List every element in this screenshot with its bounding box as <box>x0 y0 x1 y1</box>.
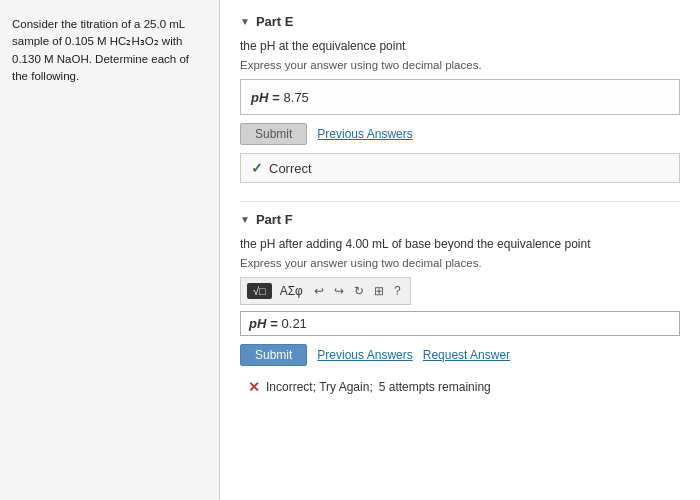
part-f-submit-button[interactable]: Submit <box>240 344 307 366</box>
part-e-prev-answers-link[interactable]: Previous Answers <box>317 127 412 141</box>
part-f-toolbar-sqrt-btn[interactable]: √□ <box>247 283 272 299</box>
part-f-input-row: pH = <box>240 311 680 336</box>
part-f-toolbar-grid-icon[interactable]: ⊞ <box>371 282 387 300</box>
part-f-express-note: Express your answer using two decimal pl… <box>240 257 680 269</box>
part-e-express-note: Express your answer using two decimal pl… <box>240 59 680 71</box>
part-e-answer-box: pH = 8.75 <box>240 79 680 115</box>
part-f-toolbar: √□ AΣφ ↩ ↪ ↻ ⊞ ? <box>240 277 411 305</box>
part-e-submit-row: Submit Previous Answers <box>240 123 680 145</box>
problem-statement: Consider the titration of a 25.0 mL samp… <box>12 16 207 85</box>
part-e-ph-label: pH = <box>251 90 280 105</box>
part-f-section: ▼ Part F the pH after adding 4.00 mL of … <box>240 212 680 400</box>
part-f-x-icon: ✕ <box>248 379 260 395</box>
part-e-section: ▼ Part E the pH at the equivalence point… <box>240 14 680 183</box>
part-f-prev-answers-link[interactable]: Previous Answers <box>317 348 412 362</box>
part-e-ph-value: 8.75 <box>284 90 309 105</box>
part-f-toolbar-undo-icon[interactable]: ↩ <box>311 282 327 300</box>
part-f-description: the pH after adding 4.00 mL of base beyo… <box>240 235 680 253</box>
part-e-collapse-icon[interactable]: ▼ <box>240 16 250 27</box>
part-e-correct-text: Correct <box>269 161 312 176</box>
part-e-check-icon: ✓ <box>251 160 263 176</box>
part-f-attempts-text: 5 attempts remaining <box>379 380 491 394</box>
part-e-header: ▼ Part E <box>240 14 680 29</box>
part-f-toolbar-text[interactable]: AΣφ <box>276 282 307 300</box>
part-f-ph-label: pH = <box>249 316 278 331</box>
part-f-toolbar-redo-icon[interactable]: ↪ <box>331 282 347 300</box>
part-e-correct-banner: ✓ Correct <box>240 153 680 183</box>
part-f-toolbar-help-icon[interactable]: ? <box>391 282 404 300</box>
part-f-incorrect-text: Incorrect; Try Again; <box>266 380 373 394</box>
part-e-submit-button[interactable]: Submit <box>240 123 307 145</box>
part-f-incorrect-banner: ✕ Incorrect; Try Again; 5 attempts remai… <box>240 374 680 400</box>
part-e-description: the pH at the equivalence point <box>240 37 680 55</box>
part-f-header: ▼ Part F <box>240 212 680 227</box>
part-f-submit-row: Submit Previous Answers Request Answer <box>240 344 680 366</box>
part-f-label: Part F <box>256 212 293 227</box>
left-panel: Consider the titration of a 25.0 mL samp… <box>0 0 220 500</box>
part-f-toolbar-refresh-icon[interactable]: ↻ <box>351 282 367 300</box>
part-f-ph-input[interactable] <box>282 316 362 331</box>
part-e-label: Part E <box>256 14 294 29</box>
right-panel: ▼ Part E the pH at the equivalence point… <box>220 0 700 500</box>
part-f-request-answer-link[interactable]: Request Answer <box>423 348 510 362</box>
part-f-collapse-icon[interactable]: ▼ <box>240 214 250 225</box>
section-divider <box>240 201 680 202</box>
